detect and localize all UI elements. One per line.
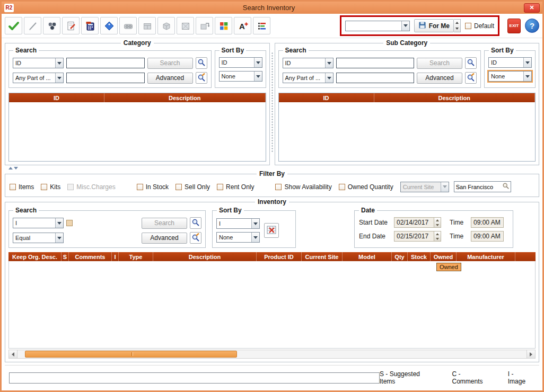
start-date-spinner[interactable] xyxy=(434,217,441,228)
for-me-spinner[interactable] xyxy=(454,19,461,32)
scrollbar-thumb[interactable] xyxy=(25,351,237,358)
category-search-input[interactable] xyxy=(66,58,145,68)
splitter-collapse-up-icon[interactable] xyxy=(8,167,13,170)
subcategory-advanced-input[interactable] xyxy=(336,73,415,83)
sell-only-checkbox[interactable] xyxy=(176,184,182,190)
chevron-down-icon[interactable] xyxy=(251,219,259,228)
checkbox-rent-only[interactable]: Rent Only xyxy=(217,183,254,191)
items-checkbox[interactable] xyxy=(10,184,16,190)
rent-only-checkbox[interactable] xyxy=(217,184,223,190)
package-arrow-button[interactable] xyxy=(196,17,213,34)
package-button[interactable] xyxy=(138,17,156,34)
font-style-button[interactable]: A xyxy=(234,17,251,34)
end-date-field[interactable]: 02/15/2017 xyxy=(394,231,434,242)
inventory-sort-secondary-combobox[interactable]: None xyxy=(216,232,260,243)
edit-note-button[interactable] xyxy=(62,17,80,34)
column-header-keep-org-desc[interactable]: Keep Org. Desc. xyxy=(8,252,62,261)
for-me-button[interactable]: For Me xyxy=(414,19,454,32)
scrollbar-track[interactable] xyxy=(17,350,527,358)
chevron-down-icon[interactable] xyxy=(523,58,531,67)
column-header-product-id[interactable]: Product ID xyxy=(257,252,302,261)
column-header-manufacturer[interactable]: Manufacturer xyxy=(457,252,515,261)
start-date-field[interactable]: 02/14/2017 xyxy=(394,217,434,228)
scroll-left-button[interactable] xyxy=(9,350,17,358)
price-tag-button[interactable] xyxy=(100,17,118,34)
category-table-body[interactable] xyxy=(9,102,266,161)
end-date-spinner[interactable] xyxy=(434,231,441,242)
spinner-down-icon[interactable] xyxy=(434,222,441,227)
asset-calculator-button[interactable] xyxy=(81,17,99,34)
chevron-down-icon[interactable] xyxy=(254,58,262,67)
inventory-advanced-button[interactable]: Advanced xyxy=(142,233,187,244)
inventory-table-body[interactable]: Owned xyxy=(8,261,536,349)
end-time-field[interactable]: 09:00 AM xyxy=(471,231,504,242)
subcategory-sort-secondary-combobox[interactable]: None xyxy=(488,71,532,82)
inventory-search-option-checkbox[interactable] xyxy=(66,220,73,226)
vertical-splitter[interactable] xyxy=(270,39,275,165)
inventory-operator-combobox[interactable]: Equal xyxy=(13,233,64,243)
chevron-down-icon[interactable] xyxy=(325,73,333,83)
column-header-i[interactable]: I xyxy=(112,252,119,261)
splitter-collapse-down-icon[interactable] xyxy=(14,167,18,170)
inventory-field-combobox[interactable]: I xyxy=(13,218,64,228)
category-search-button[interactable]: Search xyxy=(147,58,193,69)
close-button[interactable]: ✕ xyxy=(524,3,540,13)
category-column-header-description[interactable]: Description xyxy=(104,93,266,102)
subcategory-sort-primary-combobox[interactable]: ID xyxy=(488,57,532,68)
subcategory-field-combobox[interactable]: ID xyxy=(283,58,334,68)
site-search-field[interactable] xyxy=(454,181,511,192)
subcategory-match-combobox[interactable]: Any Part of ... xyxy=(283,73,334,83)
show-availability-checkbox[interactable] xyxy=(275,184,282,190)
spinner-down-icon[interactable] xyxy=(434,236,441,241)
in-stock-checkbox[interactable] xyxy=(137,184,143,190)
subcategory-search-button[interactable]: Search xyxy=(417,58,462,69)
column-header-comments[interactable]: Comments xyxy=(69,252,112,261)
exit-button[interactable]: EXIT xyxy=(507,19,521,33)
projector-button[interactable] xyxy=(119,17,137,34)
availability-grid-button[interactable] xyxy=(264,223,279,238)
column-header-owned[interactable]: Owned xyxy=(431,252,457,261)
checkbox-sell-only[interactable]: Sell Only xyxy=(176,183,210,191)
groups-button[interactable] xyxy=(43,17,60,34)
inventory-advanced-search-button[interactable] xyxy=(190,232,201,244)
start-time-field[interactable]: 09:00 AM xyxy=(471,217,504,228)
checkbox-owned-quantity[interactable]: Owned Quantity xyxy=(339,183,393,191)
view-combobox[interactable] xyxy=(345,21,410,31)
chevron-down-icon[interactable] xyxy=(401,21,409,31)
column-header-stock[interactable]: Stock xyxy=(408,252,431,261)
category-column-header-id[interactable]: ID xyxy=(9,93,104,102)
chevron-down-icon[interactable] xyxy=(55,73,63,83)
column-header-description[interactable]: Description xyxy=(153,252,257,261)
inventory-quick-search-button[interactable] xyxy=(190,217,201,229)
subcategory-advanced-search-button[interactable] xyxy=(465,72,477,84)
draw-line-button[interactable] xyxy=(24,17,41,34)
subcategory-advanced-button[interactable]: Advanced xyxy=(417,73,462,84)
column-header-s[interactable]: S xyxy=(62,252,69,261)
owned-quantity-checkbox[interactable] xyxy=(339,184,345,190)
chevron-down-icon[interactable] xyxy=(254,72,262,81)
column-header-current-site[interactable]: Current Site xyxy=(302,252,343,261)
crate-button[interactable] xyxy=(177,17,194,34)
chevron-down-icon[interactable] xyxy=(325,58,333,68)
category-advanced-search-button[interactable] xyxy=(196,72,207,84)
default-checkbox[interactable] xyxy=(465,23,471,29)
spinner-down-icon[interactable] xyxy=(454,26,460,32)
chevron-down-icon[interactable] xyxy=(55,218,63,228)
footer-input[interactable] xyxy=(9,372,380,384)
subcategory-column-header-description[interactable]: Description xyxy=(374,93,536,102)
subcategory-table-body[interactable] xyxy=(279,102,536,161)
inventory-sort-primary-combobox[interactable]: I xyxy=(216,218,260,229)
chevron-down-icon[interactable] xyxy=(251,233,259,242)
category-match-combobox[interactable]: Any Part of ... xyxy=(13,73,64,83)
checkbox-items[interactable]: Items xyxy=(10,183,34,191)
subcategory-column-header-id[interactable]: ID xyxy=(279,93,374,102)
magnifier-icon[interactable] xyxy=(501,182,511,191)
kits-checkbox[interactable] xyxy=(41,184,47,190)
approve-button[interactable] xyxy=(5,17,22,34)
chevron-down-icon[interactable] xyxy=(523,72,531,81)
category-advanced-button[interactable]: Advanced xyxy=(147,73,193,84)
checkbox-kits[interactable]: Kits xyxy=(41,183,60,191)
category-advanced-input[interactable] xyxy=(66,73,145,83)
help-button[interactable]: ? xyxy=(525,19,539,33)
column-header-qty[interactable]: Qty xyxy=(392,252,408,261)
